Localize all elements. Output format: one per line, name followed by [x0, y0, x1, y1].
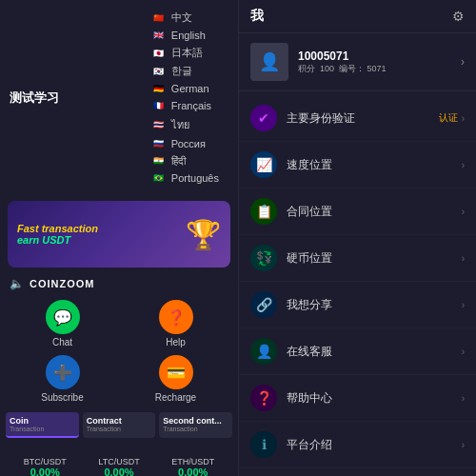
language-label: German — [171, 83, 209, 94]
menu-label: 我想分享 — [287, 297, 462, 313]
tab-sublabel: Transaction — [10, 426, 75, 432]
language-item[interactable]: 🇮🇳हिंदी — [152, 153, 219, 169]
market-change: 0.00% — [24, 466, 67, 476]
language-label: English — [171, 30, 206, 41]
subscribe-icon: ➕ — [46, 355, 80, 389]
profile-card[interactable]: 👤 10005071 积分 100 编号： 5071 › — [239, 33, 476, 91]
menu-item-主要身份验证[interactable]: ✔ 主要身份验证 认证 › — [239, 95, 476, 142]
banner-line1: Fast transaction — [17, 223, 98, 234]
coinzoom-row: 🔈 COINZOOM — [0, 273, 238, 294]
right-header: 我 ⚙ — [239, 0, 476, 33]
menu-chevron: › — [462, 440, 465, 450]
market-pair: BTC/USDT — [24, 457, 67, 466]
avatar: 👤 — [250, 43, 288, 81]
action-btn-chat[interactable]: 💬 Chat — [10, 300, 115, 347]
flag-icon: 🇬🇧 — [152, 29, 166, 42]
menu-right: › — [462, 440, 465, 450]
flag-icon: 🇧🇷 — [152, 171, 166, 185]
action-buttons: 💬 Chat ❓ Help ➕ Subscribe 💳 Recharge — [0, 294, 238, 408]
menu-item-平台介绍[interactable]: ℹ 平台介绍 › — [239, 422, 476, 468]
menu-label: 合同位置 — [287, 204, 462, 220]
language-label: 한글 — [171, 64, 192, 78]
chat-icon: 💬 — [46, 300, 80, 334]
menu-icon: 💱 — [250, 245, 277, 271]
menu-label: 在线客服 — [287, 344, 462, 360]
menu-icon: 📈 — [250, 151, 277, 178]
menu-item-在线客服[interactable]: 👤 在线客服 › — [239, 328, 476, 375]
profile-info: 10005071 积分 100 编号： 5071 — [298, 50, 461, 75]
market-item: BTC/USDT 0.00% — [24, 457, 67, 476]
language-label: Россия — [171, 138, 206, 149]
flag-icon: 🇹🇭 — [152, 118, 166, 131]
market-item: ETH/USDT 0.00% — [171, 457, 214, 476]
banner-line2: earn USDT — [17, 234, 98, 246]
language-item[interactable]: 🇯🇵日本語 — [152, 45, 219, 61]
language-label: Français — [171, 100, 211, 111]
profile-id: 10005071 — [298, 50, 461, 63]
menu-label: 平台介绍 — [287, 437, 462, 453]
tab-second-cont...[interactable]: Second cont...Transaction — [159, 412, 232, 438]
action-btn-subscribe[interactable]: ➕ Subscribe — [10, 355, 115, 403]
menu-chevron: › — [462, 347, 465, 357]
menu-right: › — [462, 347, 465, 357]
menu-label: 速度位置 — [287, 157, 462, 173]
menu-item-帮助中心[interactable]: ❓ 帮助中心 › — [239, 375, 476, 422]
tab-label: Second cont... — [163, 416, 228, 426]
menu-label: 主要身份验证 — [287, 110, 439, 127]
menu-item-合同位置[interactable]: 📋 合同位置 › — [239, 188, 476, 235]
menu-chevron: › — [462, 113, 465, 124]
language-list: 🇨🇳中文🇬🇧English🇯🇵日本語🇰🇷한글🇩🇪German🇫🇷Français… — [143, 8, 228, 188]
market-change: 0.00% — [98, 466, 139, 476]
language-item[interactable]: 🇨🇳中文 — [152, 10, 219, 26]
menu-chevron: › — [462, 393, 465, 404]
tab-coin[interactable]: CoinTransaction — [6, 412, 79, 438]
language-item[interactable]: 🇷🇺Россия — [152, 136, 219, 151]
menu-right: › — [462, 160, 465, 170]
left-title: 测试学习 — [10, 89, 59, 107]
menu-item-速度位置[interactable]: 📈 速度位置 › — [239, 142, 476, 188]
language-label: 日本語 — [171, 46, 203, 60]
menu-item-白皮书[interactable]: 📖 白皮书 › — [239, 468, 476, 476]
tab-sublabel: Transaction — [87, 426, 152, 432]
menu-icon: ✔ — [250, 105, 277, 131]
language-item[interactable]: 🇫🇷Français — [152, 98, 219, 113]
profile-sub: 积分 100 编号： 5071 — [298, 63, 461, 75]
language-item[interactable]: 🇰🇷한글 — [152, 63, 219, 79]
language-item[interactable]: 🇹🇭ไทย — [152, 115, 219, 134]
flag-icon: 🇩🇪 — [152, 82, 166, 95]
action-btn-help[interactable]: ❓ Help — [123, 300, 228, 347]
banner-text: Fast transaction earn USDT — [17, 223, 98, 246]
action-label: Subscribe — [41, 392, 83, 403]
menu-right: › — [462, 300, 465, 310]
language-item[interactable]: 🇩🇪German — [152, 81, 219, 96]
flag-icon: 🇫🇷 — [152, 99, 166, 112]
menu-item-我想分享[interactable]: 🔗 我想分享 › — [239, 282, 476, 328]
market-pair: ETH/USDT — [171, 457, 214, 466]
language-item[interactable]: 🇧🇷Português — [152, 170, 219, 186]
menu-list: ✔ 主要身份验证 认证 › 📈 速度位置 › 📋 合同位置 › 💱 硬币位置 ›… — [239, 91, 476, 476]
tabs-row: CoinTransactionContractTransactionSecond… — [0, 408, 238, 442]
menu-right: › — [462, 393, 465, 404]
menu-item-硬币位置[interactable]: 💱 硬币位置 › — [239, 235, 476, 282]
settings-icon[interactable]: ⚙ — [452, 9, 465, 24]
market-pair: LTC/USDT — [98, 457, 139, 466]
menu-icon: ℹ — [250, 431, 277, 458]
menu-right: 认证 › — [439, 111, 465, 125]
speaker-icon: 🔈 — [10, 277, 24, 290]
flag-icon: 🇷🇺 — [152, 137, 166, 150]
language-label: हिंदी — [171, 155, 186, 168]
help-icon: ❓ — [159, 300, 193, 334]
flag-icon: 🇨🇳 — [152, 11, 166, 25]
tab-label: Contract — [87, 416, 152, 426]
tab-contract[interactable]: ContractTransaction — [83, 412, 156, 438]
language-item[interactable]: 🇬🇧English — [152, 28, 219, 43]
market-list: BTC/USDT 0.00% LTC/USDT 0.00% ETH/USDT 0… — [0, 449, 238, 476]
action-btn-recharge[interactable]: 💳 Recharge — [123, 355, 228, 403]
menu-chevron: › — [462, 253, 465, 264]
banner-graphic: 🏆 — [186, 218, 221, 251]
menu-chevron: › — [462, 160, 465, 170]
menu-label: 硬币位置 — [287, 250, 462, 267]
menu-right: › — [462, 253, 465, 264]
auth-badge: 认证 — [439, 111, 458, 125]
action-label: Help — [166, 337, 186, 347]
